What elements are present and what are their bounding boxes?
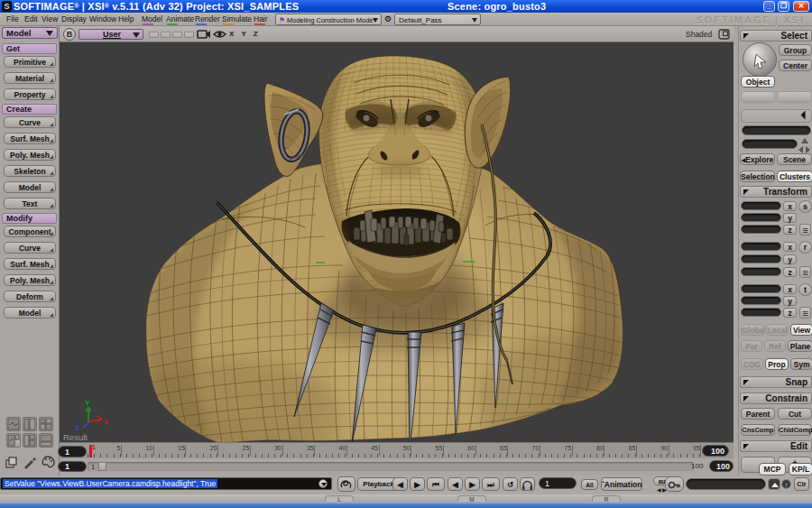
svg-text:Z: Z [75,424,79,432]
svg-text:X: X [104,418,109,426]
svg-text:Result: Result [63,432,88,442]
svg-text:Y: Y [85,399,90,407]
